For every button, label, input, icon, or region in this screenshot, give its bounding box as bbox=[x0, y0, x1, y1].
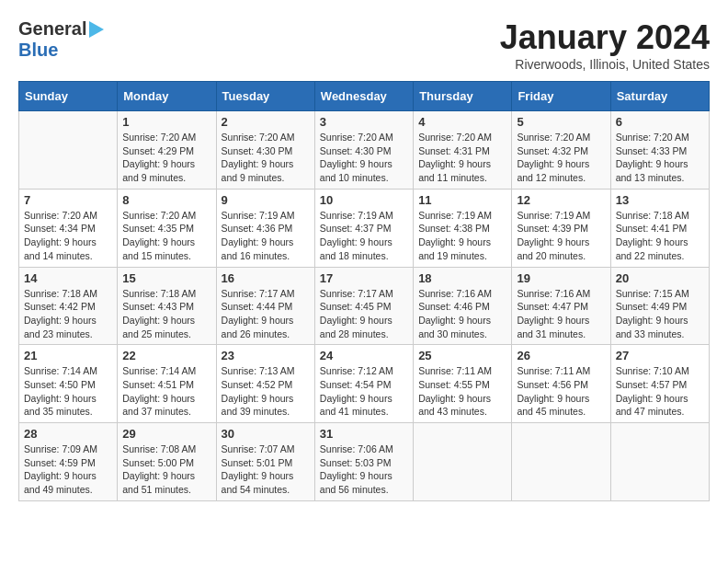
calendar-cell: 27Sunrise: 7:10 AMSunset: 4:57 PMDayligh… bbox=[610, 345, 709, 423]
calendar-week-row: 14Sunrise: 7:18 AMSunset: 4:42 PMDayligh… bbox=[19, 267, 710, 345]
page-subtitle: Riverwoods, Illinois, United States bbox=[500, 57, 710, 72]
calendar-cell bbox=[610, 423, 709, 501]
cell-content: Sunrise: 7:19 AMSunset: 4:39 PMDaylight:… bbox=[517, 209, 605, 263]
logo-general-text: General bbox=[18, 18, 86, 40]
calendar-cell: 20Sunrise: 7:15 AMSunset: 4:49 PMDayligh… bbox=[610, 267, 709, 345]
cell-content: Sunrise: 7:18 AMSunset: 4:41 PMDaylight:… bbox=[616, 209, 704, 263]
calendar-cell: 11Sunrise: 7:19 AMSunset: 4:38 PMDayligh… bbox=[414, 189, 512, 267]
cell-content: Sunrise: 7:17 AMSunset: 4:44 PMDaylight:… bbox=[222, 287, 310, 341]
day-number: 4 bbox=[418, 115, 506, 129]
calendar-cell: 19Sunrise: 7:16 AMSunset: 4:47 PMDayligh… bbox=[512, 267, 610, 345]
cell-content: Sunrise: 7:16 AMSunset: 4:47 PMDaylight:… bbox=[517, 287, 605, 341]
cell-content: Sunrise: 7:20 AMSunset: 4:29 PMDaylight:… bbox=[122, 131, 210, 185]
calendar-cell: 5Sunrise: 7:20 AMSunset: 4:32 PMDaylight… bbox=[512, 111, 610, 190]
day-number: 27 bbox=[616, 349, 704, 362]
logo-arrow-icon bbox=[89, 21, 104, 38]
calendar-cell: 21Sunrise: 7:14 AMSunset: 4:50 PMDayligh… bbox=[19, 345, 118, 423]
day-number: 29 bbox=[122, 427, 210, 441]
calendar-cell: 10Sunrise: 7:19 AMSunset: 4:37 PMDayligh… bbox=[314, 189, 413, 267]
day-number: 22 bbox=[122, 349, 210, 362]
cell-content: Sunrise: 7:18 AMSunset: 4:43 PMDaylight:… bbox=[122, 287, 210, 341]
logo: General Blue bbox=[18, 18, 104, 61]
cell-content: Sunrise: 7:20 AMSunset: 4:30 PMDaylight:… bbox=[222, 131, 310, 185]
cell-content: Sunrise: 7:12 AMSunset: 4:54 PMDaylight:… bbox=[320, 364, 408, 419]
header-saturday: Saturday bbox=[610, 82, 709, 111]
day-number: 9 bbox=[222, 193, 310, 207]
calendar-cell: 30Sunrise: 7:07 AMSunset: 5:01 PMDayligh… bbox=[216, 423, 314, 501]
cell-content: Sunrise: 7:20 AMSunset: 4:34 PMDaylight:… bbox=[24, 209, 112, 263]
day-number: 25 bbox=[418, 349, 506, 362]
calendar-cell: 17Sunrise: 7:17 AMSunset: 4:45 PMDayligh… bbox=[314, 267, 413, 345]
day-number: 1 bbox=[122, 115, 210, 129]
calendar-cell: 22Sunrise: 7:14 AMSunset: 4:51 PMDayligh… bbox=[118, 345, 216, 423]
day-number: 10 bbox=[320, 193, 408, 207]
calendar-cell: 14Sunrise: 7:18 AMSunset: 4:42 PMDayligh… bbox=[19, 267, 118, 345]
calendar-cell: 26Sunrise: 7:11 AMSunset: 4:56 PMDayligh… bbox=[512, 345, 610, 423]
calendar-cell: 3Sunrise: 7:20 AMSunset: 4:30 PMDaylight… bbox=[314, 111, 413, 190]
day-number: 3 bbox=[320, 115, 408, 129]
cell-content: Sunrise: 7:16 AMSunset: 4:46 PMDaylight:… bbox=[418, 287, 506, 341]
day-number: 19 bbox=[517, 271, 605, 285]
calendar-cell: 9Sunrise: 7:19 AMSunset: 4:36 PMDaylight… bbox=[216, 189, 314, 267]
day-number: 23 bbox=[222, 349, 310, 362]
day-number: 7 bbox=[24, 193, 112, 207]
calendar-cell: 15Sunrise: 7:18 AMSunset: 4:43 PMDayligh… bbox=[118, 267, 216, 345]
cell-content: Sunrise: 7:18 AMSunset: 4:42 PMDaylight:… bbox=[24, 287, 112, 341]
cell-content: Sunrise: 7:20 AMSunset: 4:30 PMDaylight:… bbox=[320, 131, 408, 185]
calendar-cell: 13Sunrise: 7:18 AMSunset: 4:41 PMDayligh… bbox=[610, 189, 709, 267]
day-number: 24 bbox=[320, 349, 408, 362]
day-number: 30 bbox=[222, 427, 310, 441]
header-tuesday: Tuesday bbox=[216, 82, 314, 111]
cell-content: Sunrise: 7:10 AMSunset: 4:57 PMDaylight:… bbox=[616, 364, 704, 419]
page-header: General Blue January 2024 Riverwoods, Il… bbox=[18, 18, 710, 72]
calendar-week-row: 21Sunrise: 7:14 AMSunset: 4:50 PMDayligh… bbox=[19, 345, 710, 423]
cell-content: Sunrise: 7:06 AMSunset: 5:03 PMDaylight:… bbox=[320, 442, 408, 497]
cell-content: Sunrise: 7:20 AMSunset: 4:32 PMDaylight:… bbox=[517, 131, 605, 185]
header-monday: Monday bbox=[118, 82, 216, 111]
day-number: 26 bbox=[517, 349, 605, 362]
page-title: January 2024 bbox=[500, 18, 710, 57]
calendar-week-row: 1Sunrise: 7:20 AMSunset: 4:29 PMDaylight… bbox=[19, 111, 710, 190]
header-sunday: Sunday bbox=[19, 82, 118, 111]
day-number: 31 bbox=[320, 427, 408, 441]
calendar-table: SundayMondayTuesdayWednesdayThursdayFrid… bbox=[18, 81, 710, 501]
day-number: 17 bbox=[320, 271, 408, 285]
calendar-cell: 6Sunrise: 7:20 AMSunset: 4:33 PMDaylight… bbox=[610, 111, 709, 190]
calendar-week-row: 7Sunrise: 7:20 AMSunset: 4:34 PMDaylight… bbox=[19, 189, 710, 267]
calendar-cell: 12Sunrise: 7:19 AMSunset: 4:39 PMDayligh… bbox=[512, 189, 610, 267]
day-number: 20 bbox=[616, 271, 704, 285]
cell-content: Sunrise: 7:17 AMSunset: 4:45 PMDaylight:… bbox=[320, 287, 408, 341]
calendar-cell bbox=[19, 111, 118, 190]
day-number: 14 bbox=[24, 271, 112, 285]
cell-content: Sunrise: 7:07 AMSunset: 5:01 PMDaylight:… bbox=[222, 442, 310, 497]
day-number: 11 bbox=[418, 193, 506, 207]
calendar-cell: 29Sunrise: 7:08 AMSunset: 5:00 PMDayligh… bbox=[118, 423, 216, 501]
calendar-cell: 4Sunrise: 7:20 AMSunset: 4:31 PMDaylight… bbox=[414, 111, 512, 190]
calendar-cell: 2Sunrise: 7:20 AMSunset: 4:30 PMDaylight… bbox=[216, 111, 314, 190]
day-number: 6 bbox=[616, 115, 704, 129]
cell-content: Sunrise: 7:19 AMSunset: 4:38 PMDaylight:… bbox=[418, 209, 506, 263]
day-number: 18 bbox=[418, 271, 506, 285]
calendar-cell: 24Sunrise: 7:12 AMSunset: 4:54 PMDayligh… bbox=[314, 345, 413, 423]
logo-blue-text: Blue bbox=[18, 40, 58, 61]
cell-content: Sunrise: 7:14 AMSunset: 4:50 PMDaylight:… bbox=[24, 364, 112, 419]
cell-content: Sunrise: 7:15 AMSunset: 4:49 PMDaylight:… bbox=[616, 287, 704, 341]
day-number: 12 bbox=[517, 193, 605, 207]
cell-content: Sunrise: 7:11 AMSunset: 4:56 PMDaylight:… bbox=[517, 364, 605, 419]
calendar-cell: 18Sunrise: 7:16 AMSunset: 4:46 PMDayligh… bbox=[414, 267, 512, 345]
day-number: 21 bbox=[24, 349, 112, 362]
title-block: January 2024 Riverwoods, Illinois, Unite… bbox=[500, 18, 710, 72]
day-number: 5 bbox=[517, 115, 605, 129]
cell-content: Sunrise: 7:20 AMSunset: 4:35 PMDaylight:… bbox=[122, 209, 210, 263]
day-number: 13 bbox=[616, 193, 704, 207]
cell-content: Sunrise: 7:11 AMSunset: 4:55 PMDaylight:… bbox=[418, 364, 506, 419]
calendar-header-row: SundayMondayTuesdayWednesdayThursdayFrid… bbox=[19, 82, 710, 111]
header-wednesday: Wednesday bbox=[314, 82, 413, 111]
calendar-cell: 1Sunrise: 7:20 AMSunset: 4:29 PMDaylight… bbox=[118, 111, 216, 190]
day-number: 8 bbox=[122, 193, 210, 207]
cell-content: Sunrise: 7:08 AMSunset: 5:00 PMDaylight:… bbox=[122, 442, 210, 497]
day-number: 16 bbox=[222, 271, 310, 285]
calendar-cell: 23Sunrise: 7:13 AMSunset: 4:52 PMDayligh… bbox=[216, 345, 314, 423]
day-number: 2 bbox=[222, 115, 310, 129]
cell-content: Sunrise: 7:19 AMSunset: 4:37 PMDaylight:… bbox=[320, 209, 408, 263]
